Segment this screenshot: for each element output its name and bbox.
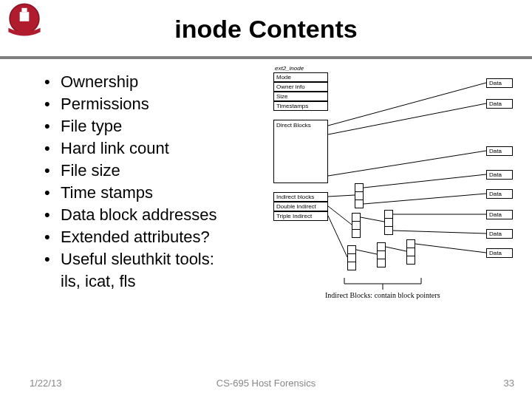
data-box: Data — [486, 210, 513, 219]
svg-rect-2 — [21, 8, 27, 12]
diagram-header: ext2_inode — [275, 65, 304, 72]
title-divider — [0, 56, 532, 59]
inode-row: Mode — [273, 72, 328, 82]
indirect-row: Indirect blocks — [273, 192, 328, 202]
data-box: Data — [486, 146, 513, 156]
inode-row: Owner info — [273, 82, 328, 92]
slide-title: inode Contents — [0, 15, 532, 44]
pointer-box — [384, 210, 393, 219]
pointer-box — [377, 259, 386, 267]
inode-diagram: ext2_inode Mode Owner info Size Timestam… — [273, 65, 525, 331]
pointer-box — [347, 262, 356, 270]
bullet-item: File size — [40, 160, 276, 182]
bullet-item: Permissions — [40, 93, 276, 115]
bullet-item: File type — [40, 115, 276, 137]
bullet-list: Ownership Permissions File type Hard lin… — [40, 71, 276, 293]
pointer-box — [377, 242, 386, 251]
pointer-box — [355, 200, 364, 208]
inode-row: Size — [273, 92, 328, 101]
bullet-item: Hard link count — [40, 137, 276, 160]
pointer-box — [352, 229, 361, 238]
data-box: Data — [486, 248, 513, 258]
pointer-box — [347, 245, 356, 254]
footer-page-number: 33 — [504, 378, 514, 389]
bullet-subline: ils, icat, fls — [40, 270, 276, 293]
data-box: Data — [486, 99, 513, 109]
data-box: Data — [486, 189, 513, 199]
pointer-box — [384, 226, 393, 235]
bullet-item: Extended attributes? — [40, 226, 276, 248]
bullet-item: Time stamps — [40, 182, 276, 204]
indirect-row: Triple Indirect — [273, 211, 328, 221]
indirect-row: Double Indirect — [273, 202, 328, 211]
pointer-box — [406, 239, 415, 248]
direct-blocks-box: Direct Blocks — [273, 120, 328, 183]
data-box: Data — [486, 78, 513, 88]
direct-blocks-label: Direct Blocks — [276, 122, 311, 129]
data-box: Data — [486, 170, 513, 180]
pointer-box — [352, 213, 361, 222]
data-box: Data — [486, 229, 513, 239]
diagram-caption: Indirect Blocks: contain block pointers — [325, 291, 440, 299]
bullet-item: Useful sleuthkit tools: — [40, 248, 276, 270]
pointer-box — [406, 256, 415, 265]
bullet-item: Data block addresses — [40, 204, 276, 226]
inode-row: Timestamps — [273, 101, 328, 111]
bullet-item: Ownership — [40, 71, 276, 93]
pointer-box — [355, 183, 364, 192]
footer-course: CS-695 Host Forensics — [0, 378, 532, 389]
